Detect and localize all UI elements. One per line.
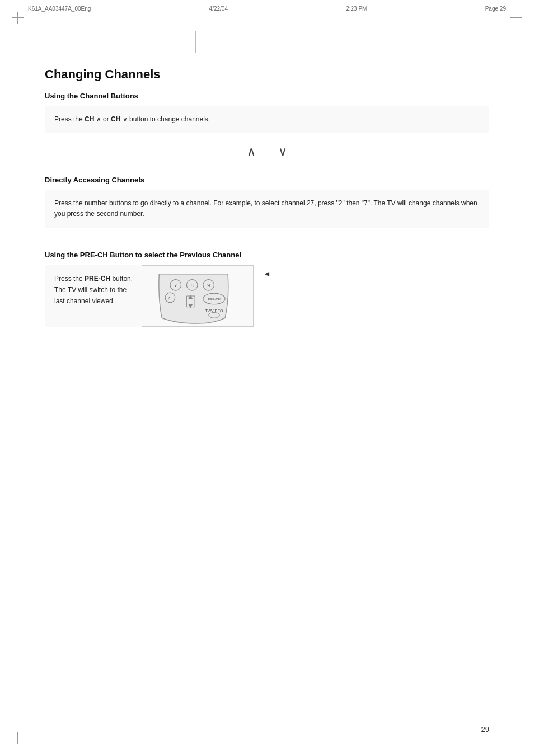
remote-illustration: 7 8 9 PRE-CH TV/VIDEO 4: [142, 265, 254, 327]
ch-down-label: CH: [111, 115, 120, 123]
ch-down-caret: ∨: [123, 115, 128, 123]
header-time: 2:23 PM: [346, 6, 367, 12]
crosshair-bottom-left: [12, 732, 24, 744]
section-channel-buttons: Using the Channel Buttons Press the CH ∧…: [45, 92, 489, 159]
prech-line1: Press the: [54, 275, 85, 283]
section-directly-accessing: Directly Accessing Channels Press the nu…: [45, 176, 489, 228]
header-date: 4/22/04: [209, 6, 228, 12]
or-text: or: [101, 115, 111, 123]
svg-text:4: 4: [168, 295, 171, 300]
header-file-info: K61A_AA03447A_00Eng: [28, 6, 91, 12]
ch-up-caret: ∧: [96, 115, 101, 123]
section-prech: Using the PRE-CH Button to select the Pr…: [45, 251, 489, 327]
crosshair-top-right: [510, 12, 522, 24]
page-border-bottom: [17, 739, 517, 739]
section-heading-prech: Using the PRE-CH Button to select the Pr…: [45, 251, 489, 259]
channel-instruction-prefix: Press the: [54, 115, 85, 123]
channel-buttons-info-box: Press the CH ∧ or CH ∨ button to change …: [45, 106, 489, 133]
header-area: K61A_AA03447A_00Eng 4/22/04 2:23 PM Page…: [28, 6, 506, 12]
prech-row: Press the PRE-CH button. The TV will swi…: [45, 265, 489, 327]
remote-svg: 7 8 9 PRE-CH TV/VIDEO 4: [142, 266, 253, 326]
prech-text-area: Press the PRE-CH button. The TV will swi…: [45, 265, 142, 327]
channel-icons-area: ∧ ∨: [45, 144, 489, 159]
page-border-left: [17, 17, 17, 739]
prech-line3: The TV will switch to the: [54, 286, 127, 294]
svg-text:PRE-CH: PRE-CH: [208, 297, 221, 300]
section-heading-directly: Directly Accessing Channels: [45, 176, 489, 184]
directly-info-box: Press the number buttons to go directly …: [45, 190, 489, 228]
page-border-right: [517, 17, 517, 739]
channel-up-icon: ∧: [247, 144, 256, 159]
crosshair-bottom-right: [510, 732, 522, 744]
directly-description: Press the number buttons to go directly …: [54, 199, 477, 218]
crosshair-top-left: [12, 12, 24, 24]
prech-bold: PRE-CH: [85, 275, 110, 283]
svg-text:9: 9: [207, 283, 210, 288]
channel-down-icon: ∨: [278, 144, 287, 159]
main-content: Changing Channels Using the Channel Butt…: [45, 67, 489, 327]
prech-line4: last channel viewed.: [54, 297, 115, 305]
page-border-top: [17, 17, 517, 17]
svg-text:7: 7: [174, 283, 177, 288]
svg-text:8: 8: [191, 283, 194, 288]
ch-up-label: CH: [85, 115, 94, 123]
button-suffix: button to change channels.: [128, 115, 210, 123]
prech-box: Press the PRE-CH button. The TV will swi…: [45, 265, 254, 327]
header-box: [45, 31, 196, 53]
prech-line2: button.: [110, 275, 133, 283]
page-number: 29: [481, 725, 489, 734]
header-page-label: Page 29: [485, 6, 506, 12]
triangle-marker: ◄: [263, 269, 271, 278]
page-title: Changing Channels: [45, 67, 489, 82]
section-heading-channel-buttons: Using the Channel Buttons: [45, 92, 489, 100]
